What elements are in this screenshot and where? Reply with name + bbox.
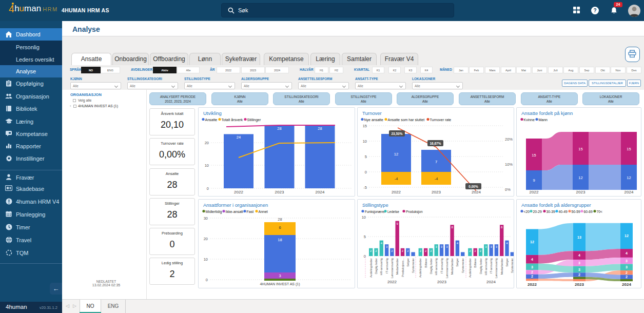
svg-text:5: 5: [364, 234, 366, 239]
svg-text:Selger: Selger: [505, 258, 509, 267]
svg-text:10: 10: [363, 139, 367, 144]
svg-text:Lønnsansvarlig: Lønnsansvarlig: [445, 258, 448, 278]
svg-text:30: 30: [204, 216, 208, 221]
svg-text:4HUMAN INVEST AS (1): 4HUMAN INVEST AS (1): [260, 282, 300, 286]
svg-text:-4: -4: [435, 177, 438, 181]
svg-text:12: 12: [627, 175, 631, 180]
svg-text:12: 12: [530, 240, 534, 244]
svg-text:3: 3: [279, 273, 281, 278]
svg-text:2024: 2024: [472, 190, 481, 194]
svg-text:Medarbeider: Medarbeider: [500, 258, 503, 275]
svg-text:Ansatte fordelt på aldersgrupp: Ansatte fordelt på aldersgrupper: [521, 202, 591, 208]
svg-text:15: 15: [363, 124, 367, 128]
svg-text:Turnover: Turnover: [362, 110, 382, 116]
svg-text:2: 2: [531, 275, 533, 278]
svg-text:15: 15: [532, 153, 536, 158]
svg-text:4: 4: [578, 253, 580, 257]
svg-text:2022: 2022: [528, 282, 537, 287]
svg-text:Selger: Selger: [456, 258, 459, 267]
svg-text:0: 0: [207, 186, 209, 191]
svg-text:2: 2: [626, 271, 628, 275]
svg-text:2022: 2022: [234, 190, 243, 194]
svg-text:HR-ansvarlig: HR-ansvarlig: [380, 258, 383, 276]
svg-text:70<: 70<: [597, 210, 603, 213]
svg-text:15: 15: [578, 147, 582, 151]
svg-text:2: 2: [578, 273, 580, 277]
svg-text:Ledelse: Ledelse: [387, 210, 399, 213]
svg-text:Ansatte som har sluttet: Ansatte som har sluttet: [388, 118, 425, 122]
svg-text:9: 9: [533, 178, 535, 183]
svg-text:3: 3: [626, 265, 628, 269]
svg-text:Mann: Mann: [539, 118, 548, 122]
svg-text:7: 7: [435, 160, 437, 164]
svg-text:0: 0: [364, 254, 366, 259]
svg-text:Fast: Fast: [247, 210, 254, 213]
svg-text:Daglig leder: Daglig leder: [479, 258, 482, 274]
svg-text:Systemeier: Systemeier: [511, 258, 514, 273]
svg-text:5: 5: [365, 154, 367, 159]
svg-text:20: 20: [204, 237, 208, 241]
svg-text:Systemeier: Systemeier: [461, 258, 464, 273]
svg-text:20%: 20%: [505, 137, 513, 142]
svg-text:30-39: 30-39: [547, 210, 556, 213]
svg-text:IT-ansvarlig: IT-ansvarlig: [385, 258, 388, 273]
svg-text:28: 28: [277, 126, 281, 131]
svg-text:0%: 0%: [505, 187, 511, 192]
svg-text:Produksjons...: Produksjons...: [401, 258, 404, 277]
svg-text:12: 12: [394, 152, 398, 156]
svg-text:0: 0: [365, 170, 367, 174]
svg-text:2023: 2023: [275, 190, 284, 194]
svg-text:Nye ansatte: Nye ansatte: [364, 118, 383, 122]
svg-text:2: 2: [531, 270, 533, 274]
svg-text:2023: 2023: [575, 282, 584, 287]
svg-text:Funksjonærer: Funksjonærer: [365, 210, 386, 214]
svg-text:2024: 2024: [486, 280, 496, 284]
svg-text:Stillinger: Stillinger: [247, 118, 262, 122]
svg-text:Daglig leder: Daglig leder: [430, 258, 433, 274]
svg-text:60-69: 60-69: [584, 210, 593, 213]
svg-text:Medarbeider: Medarbeider: [396, 258, 399, 275]
svg-text:Avdelingsleder: Avdelingsleder: [419, 258, 422, 278]
svg-text:IT-ansvarlig: IT-ansvarlig: [440, 258, 443, 273]
svg-text:HR-ansvarlig: HR-ansvarlig: [484, 258, 487, 276]
svg-text:Annet: Annet: [259, 210, 268, 213]
svg-text:3: 3: [578, 261, 580, 265]
svg-text:2024: 2024: [625, 190, 634, 194]
svg-text:3: 3: [626, 259, 628, 263]
svg-text:4: 4: [531, 258, 533, 261]
svg-text:2022: 2022: [387, 280, 397, 284]
svg-text:Medarbeider: Medarbeider: [451, 258, 454, 275]
svg-text:Daglig leder: Daglig leder: [375, 258, 378, 274]
svg-text:10: 10: [204, 257, 208, 262]
svg-text:Ansattformer i organisasjonen: Ansattformer i organisasjonen: [203, 202, 268, 208]
svg-text:50-59: 50-59: [572, 210, 581, 213]
svg-text:3: 3: [531, 265, 533, 269]
svg-text:Avdelingsleder: Avdelingsleder: [469, 258, 472, 278]
svg-text:IT-ansvarlig: IT-ansvarlig: [490, 258, 493, 273]
svg-text:2: 2: [626, 275, 628, 279]
svg-text:Utvikling: Utvikling: [203, 110, 222, 116]
svg-text:2023: 2023: [576, 190, 586, 194]
svg-text:40-49: 40-49: [559, 210, 568, 213]
svg-text:Midlertidig: Midlertidig: [206, 210, 222, 214]
svg-text:Bilfører: Bilfører: [424, 258, 427, 268]
svg-text:20-29: 20-29: [533, 210, 542, 213]
svg-text:4: 4: [626, 251, 628, 255]
svg-text:Ikke-ansatt: Ikke-ansatt: [226, 210, 243, 213]
svg-text:Selger: Selger: [406, 258, 409, 267]
svg-text:15: 15: [627, 147, 631, 151]
svg-text:28: 28: [318, 126, 322, 131]
svg-text:Systemeier: Systemeier: [412, 258, 415, 273]
svg-text:10: 10: [362, 215, 366, 220]
svg-text:18: 18: [278, 238, 282, 242]
svg-text:12: 12: [625, 234, 629, 238]
svg-text:23,53%: 23,53%: [391, 132, 402, 136]
svg-text:2022: 2022: [392, 190, 401, 194]
svg-text:10: 10: [205, 163, 209, 168]
svg-text:6: 6: [279, 225, 281, 230]
svg-text:24: 24: [237, 135, 241, 140]
svg-text:Totalt årsverk: Totalt årsverk: [222, 118, 243, 122]
svg-text:Turnover rate: Turnover rate: [430, 118, 452, 122]
svg-text:10%: 10%: [505, 162, 513, 167]
svg-text:Stillingstype: Stillingstype: [362, 202, 388, 208]
